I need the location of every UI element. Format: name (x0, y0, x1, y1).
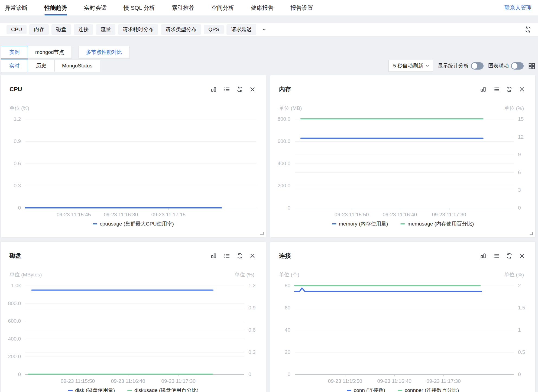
layout-grid-icon[interactable] (528, 62, 535, 70)
chart-plot[interactable]: 1.0k800.0600.0400.0200.001.20.90.60.3009… (25, 286, 244, 374)
left-axis-tick: 0.6 (14, 161, 21, 166)
filter-chip-cpu[interactable]: CPU (7, 25, 27, 34)
scope-tab-mongod-node[interactable]: mongod节点 (28, 46, 72, 58)
data-list-icon[interactable] (493, 253, 500, 259)
tab-realtime-session[interactable]: 实时会话 (84, 0, 107, 15)
right-axis-tick: 1.5 (518, 305, 525, 311)
legend-item[interactable]: memusage (内存使用百分比) (400, 220, 474, 227)
x-axis-tick: 09-23 11:15:45 (57, 212, 91, 218)
refresh-icon[interactable] (236, 253, 243, 259)
right-axis-tick: 6 (518, 169, 521, 175)
resize-handle[interactable] (260, 232, 264, 235)
close-icon[interactable] (249, 253, 255, 259)
close-icon[interactable] (519, 253, 525, 259)
tab-performance-trend[interactable]: 性能趋势 (44, 0, 67, 15)
left-axis-unit: 单位 (MBytes) (9, 272, 42, 278)
refresh-icon[interactable] (236, 86, 243, 93)
left-axis-tick: 0 (287, 205, 290, 211)
refresh-icon[interactable] (506, 253, 513, 259)
mode-tab-mongostatus[interactable]: MongoStatus (54, 60, 100, 72)
left-axis-tick: 60 (285, 305, 290, 311)
right-axis-unit: 单位 (%) (504, 105, 524, 111)
left-axis-unit: 单位 (%) (9, 105, 29, 111)
legend-label: cpuusage (集群最大CPU使用率) (100, 220, 174, 227)
x-axis-tick: 09-23 11:16:40 (111, 378, 145, 384)
refresh-icon[interactable] (524, 26, 531, 33)
x-axis-tick: 09-23 11:16:30 (104, 212, 138, 218)
chevron-down-icon[interactable] (261, 27, 267, 32)
x-axis-tick: 09-23 11:17:30 (161, 378, 195, 384)
tab-slow-sql[interactable]: 慢 SQL 分析 (124, 0, 155, 15)
x-axis-tick: 09-23 11:17:30 (432, 212, 466, 218)
chart-plot[interactable]: 80604020021.510.5009-23 11:15:5009-23 11… (295, 286, 514, 374)
x-axis-tickmark (352, 208, 352, 210)
filter-chip-traffic[interactable]: 流量 (96, 24, 115, 35)
left-axis-tick: 200.0 (277, 183, 290, 189)
chart-title: 磁盘 (9, 251, 21, 261)
right-axis-tick: 0.9 (248, 305, 255, 311)
close-icon[interactable] (249, 86, 255, 92)
filter-chip-qps[interactable]: QPS (204, 25, 224, 34)
legend-item[interactable]: connper (连接数百分比) (398, 387, 459, 392)
mode-tab-history[interactable]: 历史 (28, 60, 55, 72)
chevron-down-icon (425, 64, 430, 68)
left-axis-tick: 0 (18, 205, 21, 211)
close-icon[interactable] (519, 86, 525, 92)
data-list-icon[interactable] (223, 86, 230, 93)
charts-grid: CPU 单位 (%) 1.20.90.60.3009-23 11:15:4509… (1, 75, 535, 392)
data-list-icon[interactable] (223, 253, 230, 259)
show-stats-toggle[interactable] (471, 62, 484, 70)
tab-exception-diagnosis[interactable]: 异常诊断 (5, 0, 28, 15)
mode-tab-realtime[interactable]: 实时 (1, 60, 28, 72)
legend-item[interactable]: diskusage (磁盘使用百分比) (127, 387, 199, 392)
multi-node-compare-button[interactable]: 多节点性能对比 (79, 46, 130, 58)
filter-chip-request-latency[interactable]: 请求延迟 (226, 24, 256, 35)
filter-chip-memory[interactable]: 内存 (29, 24, 49, 35)
x-axis-tickmark (78, 374, 78, 376)
bar-chart-icon[interactable] (480, 253, 487, 259)
left-axis-tick: 800.0 (277, 116, 290, 122)
resize-handle[interactable] (530, 232, 533, 235)
filter-chip-request-type-dist[interactable]: 请求类型分布 (161, 24, 201, 35)
left-axis-tick: 0.9 (14, 138, 21, 144)
tab-health-report[interactable]: 健康报告 (251, 0, 274, 15)
contact-manage-link[interactable]: 联系人管理 (504, 4, 531, 11)
chart-plot[interactable]: 1.20.90.60.3009-23 11:15:4509-23 11:16:3… (25, 119, 256, 208)
bar-chart-icon[interactable] (210, 253, 217, 259)
left-axis-tick: 600.0 (8, 318, 21, 324)
tab-report-settings[interactable]: 报告设置 (290, 0, 313, 15)
legend-label: memory (内存使用量) (339, 220, 388, 227)
legend-item[interactable]: cpuusage (集群最大CPU使用率) (93, 220, 174, 227)
auto-refresh-select[interactable]: 5 秒自动刷新 (388, 60, 433, 72)
right-axis-unit: 单位 (%) (504, 272, 524, 278)
legend-item[interactable]: memory (内存使用量) (332, 220, 388, 227)
chart-panel-cpu: CPU 单位 (%) 1.20.90.60.3009-23 11:15:4509… (1, 75, 266, 237)
metric-chip-bar: CPU 内存 磁盘 连接 流量 请求耗时分布 请求类型分布 QPS 请求延迟 (0, 23, 538, 36)
left-axis-tick: 1.2 (14, 116, 21, 122)
bar-chart-icon[interactable] (210, 86, 217, 93)
legend-item[interactable]: conn (连接数) (347, 387, 385, 392)
chart-link-toggle[interactable] (511, 62, 524, 70)
filter-chip-request-time-dist[interactable]: 请求耗时分布 (118, 24, 158, 35)
x-axis-tickmark (179, 374, 179, 376)
filter-chip-disk[interactable]: 磁盘 (51, 24, 71, 35)
x-axis-tickmark (345, 374, 345, 376)
filter-chip-connections[interactable]: 连接 (74, 24, 93, 35)
left-axis-unit: 单位 (MB) (279, 105, 302, 111)
chart-legend: memory (内存使用量)memusage (内存使用百分比) (270, 220, 535, 227)
data-list-icon[interactable] (493, 86, 500, 93)
x-axis-tickmark (128, 374, 128, 376)
scope-tab-instance[interactable]: 实例 (1, 46, 28, 58)
chart-plot[interactable]: 800.0600.0400.0200.001512963009-23 11:15… (295, 119, 514, 208)
tab-index-recommend[interactable]: 索引推荐 (172, 0, 195, 15)
left-axis-tick: 80 (285, 283, 290, 289)
chart-legend: disk (磁盘使用量)diskusage (磁盘使用百分比) (1, 387, 266, 392)
legend-item[interactable]: disk (磁盘使用量) (68, 387, 115, 392)
left-axis-tick: 0 (287, 371, 290, 377)
right-axis-tick: 0.3 (248, 349, 255, 355)
tab-space-analysis[interactable]: 空间分析 (211, 0, 234, 15)
x-axis-tickmark (449, 208, 449, 210)
chart-panel-memory: 内存 单位 (MB) 单位 (%) 800.0600.0400.0200.001… (270, 75, 535, 237)
bar-chart-icon[interactable] (480, 86, 487, 93)
refresh-icon[interactable] (506, 86, 513, 93)
